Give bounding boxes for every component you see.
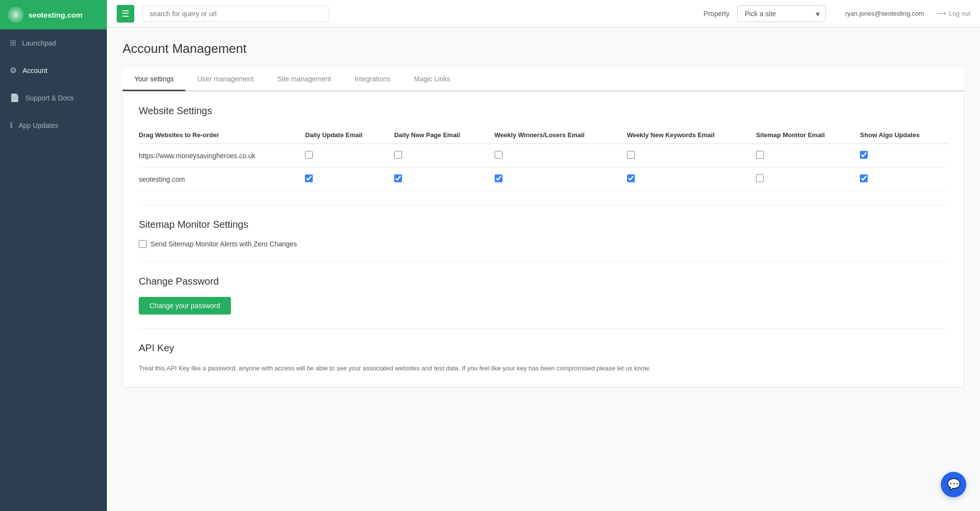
logo-icon: S	[8, 7, 24, 23]
change-password-section: Change Password Change your password	[139, 262, 948, 315]
tab-your-settings[interactable]: Your settings	[123, 68, 185, 91]
col-header-weekly-winners: Weekly Winners/Losers Email	[491, 126, 623, 144]
col-header-weekly-keywords: Weekly New Keywords Email	[623, 126, 753, 144]
logout-label: Log out	[949, 10, 970, 17]
sitemap-alerts-checkbox[interactable]	[139, 240, 147, 248]
site-picker-wrap: Pick a site	[737, 5, 826, 22]
api-key-section: API Key Treat this API Key like a passwo…	[139, 328, 948, 373]
sidebar-item-label-support: Support & Docs	[25, 94, 74, 102]
col-header-algo: Show Algo Updates	[856, 126, 948, 144]
tab-integrations[interactable]: Integrations	[343, 68, 402, 91]
sidebar-item-account[interactable]: ⚙ Account	[0, 57, 107, 84]
checkbox-row1-col6[interactable]	[860, 174, 868, 182]
col-header-daily-new-page: Daily New Page Email	[390, 126, 491, 144]
site-picker[interactable]: Pick a site	[737, 5, 826, 22]
checkbox-row0-col4[interactable]	[627, 151, 635, 159]
checkbox-row0-col5[interactable]	[756, 151, 764, 159]
tab-user-management[interactable]: User management	[185, 68, 265, 91]
launchpad-icon: ⊞	[10, 38, 16, 48]
app-updates-icon: ℹ	[10, 121, 13, 130]
checkbox-row0-col3[interactable]	[495, 151, 503, 159]
checkbox-row1-col3[interactable]	[495, 174, 503, 182]
content-area: Account Management Your settings User ma…	[107, 27, 980, 511]
search-input[interactable]	[142, 5, 328, 22]
svg-text:S: S	[14, 12, 17, 18]
checkbox-row1-col1[interactable]	[305, 174, 313, 182]
site-url-cell: https://www.moneysavingheroes.co.uk	[139, 144, 301, 168]
sidebar-item-support-docs[interactable]: 📄 Support & Docs	[0, 84, 107, 112]
col-header-site: Drag Websites to Re-order	[139, 126, 301, 144]
api-key-title: API Key	[139, 342, 948, 354]
checkbox-row0-col6[interactable]	[860, 151, 868, 159]
table-row: https://www.moneysavingheroes.co.uk	[139, 144, 948, 168]
website-settings-table: Drag Websites to Re-order Daily Update E…	[139, 126, 948, 191]
tabs-bar: Your settings User management Site manag…	[123, 68, 964, 91]
sitemap-alerts-label: Send Sitemap Monitor Alerts with Zero Ch…	[151, 240, 297, 248]
col-header-daily-update: Daily Update Email	[301, 126, 390, 144]
sidebar-item-label-updates: App Updates	[19, 122, 58, 129]
logout-button[interactable]: ⟶ Log out	[937, 10, 970, 17]
account-icon: ⚙	[10, 66, 17, 75]
chat-icon: 💬	[947, 478, 960, 491]
col-header-sitemap: Sitemap Monitor Email	[752, 126, 856, 144]
logout-icon: ⟶	[937, 10, 946, 17]
checkbox-row1-col2[interactable]	[394, 174, 402, 182]
hamburger-button[interactable]: ☰	[117, 5, 134, 23]
checkbox-row0-col1[interactable]	[305, 151, 313, 159]
change-password-title: Change Password	[139, 276, 948, 287]
api-key-description: Treat this API Key like a password, anyo…	[139, 364, 948, 373]
website-settings-title: Website Settings	[139, 105, 948, 117]
user-email: ryan.jones@seotesting.com	[845, 10, 924, 17]
settings-card: Website Settings Drag Websites to Re-ord…	[123, 91, 964, 388]
chat-bubble[interactable]: 💬	[941, 472, 966, 497]
logo-area[interactable]: S seotesting.com	[0, 0, 107, 29]
tab-site-management[interactable]: Site management	[266, 68, 343, 91]
logo-text: seotesting.com	[28, 11, 82, 19]
sidebar-item-launchpad[interactable]: ⊞ Launchpad	[0, 29, 107, 57]
sidebar-item-label-account: Account	[23, 67, 48, 74]
main-area: ☰ Property Pick a site ryan.jones@seotes…	[107, 0, 980, 511]
topbar: ☰ Property Pick a site ryan.jones@seotes…	[107, 0, 980, 27]
tab-magic-links[interactable]: Magic Links	[402, 68, 462, 91]
checkbox-row0-col2[interactable]	[394, 151, 402, 159]
page-title: Account Management	[123, 41, 964, 56]
checkbox-row1-col4[interactable]	[627, 174, 635, 182]
property-label: Property	[704, 10, 729, 18]
support-docs-icon: 📄	[10, 93, 20, 102]
table-row: seotesting.com	[139, 168, 948, 191]
sidebar: S seotesting.com ⊞ Launchpad ⚙ Account 📄…	[0, 0, 107, 511]
hamburger-icon: ☰	[122, 8, 129, 19]
sitemap-check-row: Send Sitemap Monitor Alerts with Zero Ch…	[139, 240, 948, 248]
sitemap-settings-title: Sitemap Monitor Settings	[139, 219, 948, 230]
sidebar-item-app-updates[interactable]: ℹ App Updates	[0, 112, 107, 139]
sitemap-section: Sitemap Monitor Settings Send Sitemap Mo…	[139, 205, 948, 248]
checkbox-row1-col5[interactable]	[756, 174, 764, 182]
change-password-button[interactable]: Change your password	[139, 297, 231, 315]
sidebar-item-label-launchpad: Launchpad	[22, 39, 56, 47]
site-url-cell: seotesting.com	[139, 168, 301, 191]
